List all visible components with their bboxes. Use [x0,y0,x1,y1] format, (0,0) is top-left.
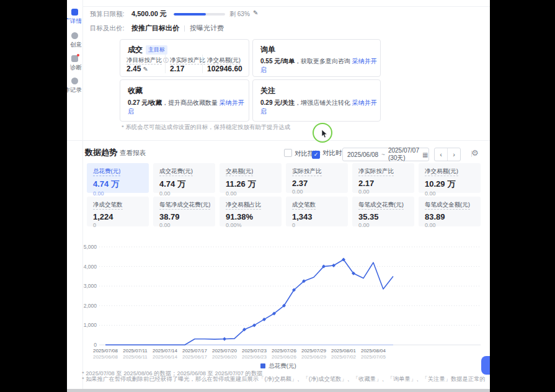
tile-label: 每笔成交花费(元) [358,201,404,210]
bottom-scrollbar[interactable] [67,389,490,392]
x-axis-tick-current: 2025/07/20 [212,348,238,354]
tab-bid-by-impression[interactable]: 按曝光计费 [190,24,224,32]
y-axis-tick: 3,000 [84,283,97,289]
x-axis-tick-current: 2025/07/26 [272,348,297,354]
card-inquiry: 询单 0.55 元/询单，获取更多意向咨询 采纳并开启 [252,39,381,77]
follow-price: 0.29 元/关注 [260,99,295,106]
metric-tile-1[interactable]: 总花费(元)4.74 万0.00 [87,163,149,193]
settings-gear-icon[interactable]: ⚙ [471,148,479,158]
tile-compare-value: 0 [93,222,149,228]
tile-compare-value: 0.00 [159,190,215,197]
calendar-icon: ▦ [422,151,428,158]
x-axis-tick-current: 2025/07/11 [123,348,148,354]
line-chart-svg: 01,0002,0003,0004,0005,0002025/07/082025… [81,241,485,365]
y-axis-tick: 1,000 [84,322,97,328]
tile-compare-value: 0.00 [226,190,282,197]
metric-tile-4[interactable]: 实际投产比2.370.00 [286,163,348,193]
metric-net-actual-roi-value: 2.17 [170,65,184,73]
x-axis-tick-compare: 2025/06/17 [182,354,208,360]
sidebar-item-label: 诊断 [67,64,82,72]
info-icon[interactable]: ⓘ [163,57,169,63]
card-favorite-title: 收藏 [128,86,143,96]
card-favorite: 收藏 0.27 元/收藏，提升商品收藏数量 采纳并开启 [120,79,249,122]
tile-value: 10.29 万 [425,179,481,190]
metric-tile-10[interactable]: 成交笔数1,3430 [286,197,348,226]
tile-compare-value: 0.00 [358,222,414,228]
y-axis-tick: 5,000 [84,244,97,250]
metric-tile-5[interactable]: 净实际投产比2.170.00 [352,163,414,193]
x-axis-tick-compare: 2025/06/08 [93,354,118,360]
floating-side-button[interactable] [481,356,490,375]
tab-divider [184,25,185,32]
inquiry-desc: ，获取更多意向咨询 [295,58,350,65]
tile-compare-value: 0.00% [226,222,282,228]
sidebar-item-label: 创意 [67,41,82,49]
checkbox-icon[interactable]: ✓ [312,151,320,159]
x-axis-tick-compare: 2025/06/11 [123,354,148,360]
idea-icon [71,32,78,39]
tile-label: 交易额(元) [226,167,253,176]
y-axis-tick: 4,000 [84,264,97,270]
metric-tile-7[interactable]: 净成交笔数1,2240 [87,197,149,226]
card-follow-title: 关注 [260,86,275,96]
x-axis-tick-current: 2025/08/04 [361,348,386,354]
tile-compare-value: 0.00 [159,222,215,228]
top-divider [82,6,490,7]
metric-net-target-roi-value: 2.45 [127,65,141,73]
sidebar-item-4[interactable]: 操作记录 [67,78,82,86]
x-axis-tick-compare: 2025/07/05 [361,354,386,360]
view-report-link[interactable]: 查看报表 [120,149,146,158]
x-axis-tick-compare: 2025/06/23 [242,354,267,360]
prev-period-button[interactable]: ‹ [435,148,447,161]
metric-divider [202,55,203,73]
tile-value: 83.89 [425,212,481,221]
budget-label: 预算日限额: [90,10,124,19]
tile-value: 11.26 万 [226,179,282,190]
tab-bid-by-goal[interactable]: 按推广目标出价 [131,24,179,32]
tile-label: 净交易额占比 [226,201,261,210]
tile-value: 1,224 [93,212,149,221]
metric-tile-3[interactable]: 交易额(元)11.26 万0.00 [220,163,282,193]
goal-label: 目标及出价: [90,24,124,33]
metric-tile-2[interactable]: 成交花费(元)4.74 万0.00 [153,163,215,193]
y-axis-tick: 2,000 [84,303,97,309]
click-highlight-ring [313,123,332,143]
metric-tile-12[interactable]: 每笔成交金额(元)83.890.00 [419,197,481,226]
footnote-2: * 如果推广在暂停或删除前已经获得了曝光，那么在暂停或重建后展示「(净)交易额」… [82,375,486,383]
main-panel: 推广详情创意诊断操作记录 预算日限额: 4,500.00 元 剩 63% ✎ 目… [67,0,490,392]
date-range-picker[interactable]: 2025/06/08 ~ 2025/07/07 (30天) ▦ [342,148,429,161]
x-axis-tick-current: 2025/07/08 [93,348,118,354]
sidebar-item-label: 操作记录 [67,86,82,94]
sidebar-item-1[interactable]: 推广详情 [67,9,82,17]
data-point-marker [223,337,226,341]
tile-label: 每笔净成交花费(元) [159,201,210,210]
metric-net-gmv-label: 净交易额(元) [207,56,241,65]
legend-swatch [260,363,265,368]
tile-label: 实际投产比 [292,167,322,176]
budget-edit-icon[interactable]: ✎ [253,9,258,16]
history-icon [71,78,78,84]
date-start: 2025/06/08 [347,151,378,158]
metric-tile-9[interactable]: 净交易额占比91.38%0.00% [220,197,282,226]
tile-compare-value: 0.00 [425,190,481,197]
edit-roi-icon[interactable]: ✎ [143,66,148,73]
x-axis-tick-current: 2025/08/01 [331,348,357,354]
y-axis-tick: 0 [94,342,97,348]
metric-tile-6[interactable]: 净交易额(元)10.29 万0.00 [419,163,481,193]
mouse-cursor-icon [321,130,329,138]
metric-tile-11[interactable]: 每笔成交花费(元)35.350.00 [352,197,414,226]
x-axis-tick-current: 2025/07/14 [153,348,178,354]
sidebar-item-3[interactable]: 诊断 [67,55,82,63]
metric-tile-8[interactable]: 每笔净成交花费(元)38.790.00 [153,197,215,226]
sidebar-item-2[interactable]: 创意 [67,32,82,40]
x-axis-tick-compare: 2025/07/02 [331,354,357,360]
card-follow: 关注 0.29 元/关注，增强店铺关注转化 采纳并开启 [252,79,381,122]
diagnose-icon [71,55,78,62]
next-period-button[interactable]: › [447,148,460,161]
date-nav: ‹ › [434,148,461,161]
tile-value: 4.74 万 [159,179,215,190]
budget-value: 4,500.00 元 [131,9,167,19]
metric-net-target-roi-label: 净目标投产比 [127,56,162,65]
goal-note: * 系统会尽可能达成你设置的目标，保持稳定投放有助于提升达成 [122,123,290,131]
checkbox-icon[interactable] [284,149,292,157]
